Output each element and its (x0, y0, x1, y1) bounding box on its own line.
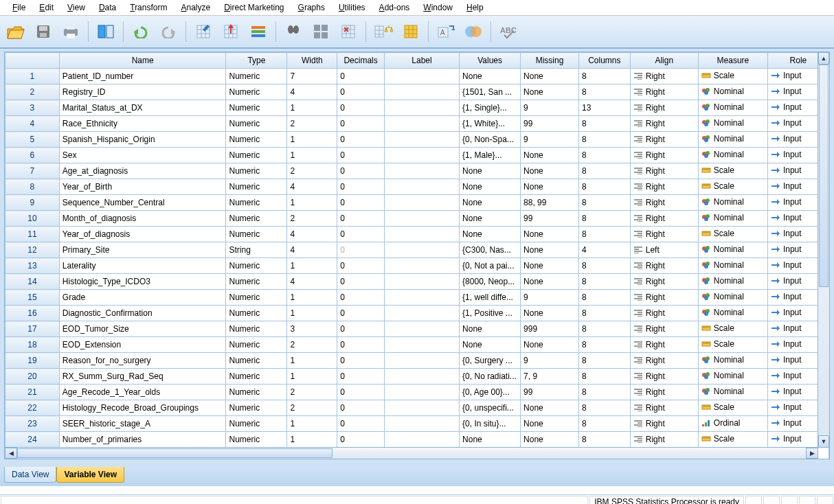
cell-columns[interactable]: 8 (578, 179, 630, 195)
variable-row[interactable]: 13LateralityNumeric10{0, Not a pai...Non… (5, 258, 829, 274)
cell-width[interactable]: 2 (287, 116, 337, 132)
cell-align[interactable]: Right (630, 274, 698, 290)
tab-variable-view[interactable]: Variable View (56, 467, 124, 483)
cell-width[interactable]: 4 (287, 227, 337, 242)
cell-type[interactable]: Numeric (226, 432, 287, 448)
cell-name[interactable]: Age_Recode_1_Year_olds (59, 385, 226, 400)
column-header-width[interactable]: Width (287, 53, 337, 69)
cell-missing[interactable]: 7, 9 (521, 369, 579, 385)
cell-decimals[interactable]: 0 (337, 385, 385, 400)
cell-columns[interactable]: 8 (578, 400, 630, 416)
cell-values[interactable]: {0, Age 00}... (460, 385, 521, 400)
cell-missing[interactable]: None (521, 179, 579, 195)
undo-button[interactable] (131, 21, 151, 42)
cell-name[interactable]: SEER_historic_stage_A (59, 416, 226, 432)
row-number[interactable]: 4 (5, 116, 60, 132)
cell-align[interactable]: Right (630, 400, 698, 416)
variable-row[interactable]: 22Histology_Recode_Broad_GroupingsNumeri… (5, 400, 829, 416)
cell-missing[interactable]: 9 (521, 100, 579, 116)
cell-decimals[interactable]: 0 (337, 69, 385, 84)
cell-measure[interactable]: Scale (698, 337, 767, 353)
cell-type[interactable]: Numeric (226, 69, 287, 84)
cell-values[interactable]: None (460, 432, 521, 448)
column-header-missing[interactable]: Missing (521, 53, 579, 69)
cell-label[interactable] (384, 337, 459, 353)
variable-row[interactable]: 5Spanish_Hispanic_OriginNumeric10{0, Non… (5, 132, 829, 148)
menu-data[interactable]: Data (92, 3, 123, 12)
cell-measure[interactable]: Scale (698, 69, 767, 84)
cell-values[interactable]: {1501, San ... (460, 84, 521, 100)
cell-align[interactable]: Right (630, 179, 698, 195)
cell-name[interactable]: Registry_ID (59, 84, 226, 100)
cell-decimals[interactable]: 0 (337, 337, 385, 353)
menu-analyze[interactable]: Analyze (174, 3, 217, 12)
variable-row[interactable]: 6SexNumeric10{1, Male}...None8 Right Nom… (5, 148, 829, 163)
cell-label[interactable] (384, 385, 459, 400)
scroll-down-button[interactable]: ▼ (818, 435, 829, 448)
row-number[interactable]: 5 (5, 132, 60, 148)
cell-name[interactable]: Histologic_Type_ICDO3 (59, 274, 226, 290)
cell-width[interactable]: 1 (287, 432, 337, 448)
cell-decimals[interactable]: 0 (337, 148, 385, 163)
variable-row[interactable]: 3Marital_Status_at_DXNumeric10{1, Single… (5, 100, 829, 116)
row-number[interactable]: 16 (5, 306, 60, 321)
cell-name[interactable]: Year_of_diagnosis (59, 227, 226, 242)
row-number[interactable]: 6 (5, 148, 60, 163)
menu-view[interactable]: View (60, 3, 92, 12)
cell-decimals[interactable]: 0 (337, 353, 385, 369)
cell-missing[interactable]: None (521, 148, 579, 163)
column-header-rownum[interactable] (5, 53, 60, 69)
show-all-variables-button[interactable] (463, 21, 484, 42)
cell-columns[interactable]: 8 (578, 69, 630, 84)
column-header-label[interactable]: Label (384, 53, 459, 69)
cell-width[interactable]: 2 (287, 163, 337, 179)
cell-type[interactable]: Numeric (226, 163, 287, 179)
variable-row[interactable]: 10Month_of_diagnosisNumeric20None998 Rig… (5, 211, 829, 227)
cell-measure[interactable]: Nominal (698, 258, 767, 274)
cell-values[interactable]: None (460, 337, 521, 353)
cell-type[interactable]: Numeric (226, 179, 287, 195)
cell-align[interactable]: Right (630, 211, 698, 227)
row-number[interactable]: 14 (5, 274, 60, 290)
cell-measure[interactable]: Nominal (698, 290, 767, 306)
cell-align[interactable]: Right (630, 258, 698, 274)
cell-values[interactable]: None (460, 163, 521, 179)
cell-width[interactable]: 2 (287, 400, 337, 416)
row-number[interactable]: 21 (5, 385, 60, 400)
cell-align[interactable]: Right (630, 100, 698, 116)
row-number[interactable]: 23 (5, 416, 60, 432)
cell-align[interactable]: Right (630, 385, 698, 400)
cell-columns[interactable]: 8 (578, 274, 630, 290)
cell-label[interactable] (384, 306, 459, 321)
cell-width[interactable]: 1 (287, 306, 337, 321)
cell-width[interactable]: 2 (287, 385, 337, 400)
cell-name[interactable]: Spanish_Hispanic_Origin (59, 132, 226, 148)
cell-type[interactable]: Numeric (226, 100, 287, 116)
column-header-columns[interactable]: Columns (578, 53, 630, 69)
cell-label[interactable] (384, 353, 459, 369)
column-header-type[interactable]: Type (226, 53, 287, 69)
cell-measure[interactable]: Scale (698, 432, 767, 448)
cell-columns[interactable]: 8 (578, 84, 630, 100)
cell-width[interactable]: 2 (287, 211, 337, 227)
cell-type[interactable]: Numeric (226, 274, 287, 290)
cell-type[interactable]: Numeric (226, 195, 287, 211)
value-labels-button[interactable] (401, 21, 421, 42)
cell-width[interactable]: 1 (287, 353, 337, 369)
cell-values[interactable]: {8000, Neop... (460, 274, 521, 290)
cell-values[interactable]: None (460, 179, 521, 195)
save-button[interactable] (33, 21, 54, 42)
variable-row[interactable]: 11Year_of_diagnosisNumeric40NoneNone8 Ri… (5, 227, 829, 242)
cell-measure[interactable]: Ordinal (698, 416, 767, 432)
print-button[interactable] (60, 21, 81, 42)
cell-values[interactable]: {0, In situ}... (460, 416, 521, 432)
cell-label[interactable] (384, 195, 459, 211)
cell-missing[interactable]: 99 (521, 211, 579, 227)
cell-columns[interactable]: 8 (578, 116, 630, 132)
variable-row[interactable]: 12Primary_SiteString40{C300, Nas...None4… (5, 242, 829, 258)
cell-align[interactable]: Right (630, 163, 698, 179)
cell-type[interactable]: Numeric (226, 400, 287, 416)
cell-decimals[interactable]: 0 (337, 321, 385, 337)
variable-row[interactable]: 21Age_Recode_1_Year_oldsNumeric20{0, Age… (5, 385, 829, 400)
cell-missing[interactable]: 9 (521, 132, 579, 148)
